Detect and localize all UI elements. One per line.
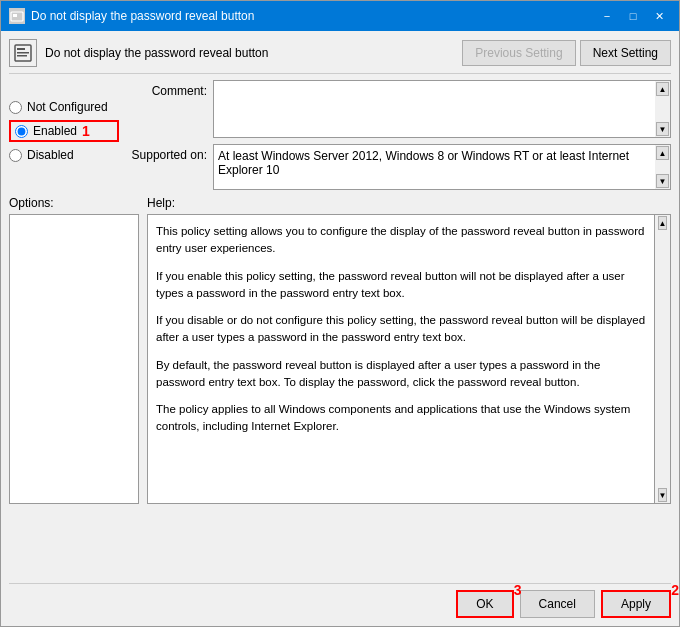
comment-label: Comment: xyxy=(127,80,207,98)
help-p5: The policy applies to all Windows compon… xyxy=(156,401,646,436)
comment-textarea[interactable] xyxy=(213,80,655,138)
title-bar: Do not display the password reveal butto… xyxy=(1,1,679,31)
nav-buttons: Previous Setting Next Setting xyxy=(462,40,671,66)
help-header: Help: xyxy=(147,196,671,210)
supported-scroll-up[interactable]: ▲ xyxy=(656,146,669,160)
footer: OK 3 Cancel Apply 2 xyxy=(9,583,671,618)
svg-rect-4 xyxy=(17,52,29,54)
content-area: Do not display the password reveal butto… xyxy=(1,31,679,626)
supported-scroll-down[interactable]: ▼ xyxy=(656,174,669,188)
help-box-wrapper: This policy setting allows you to config… xyxy=(147,214,671,577)
header-row: Do not display the password reveal butto… xyxy=(9,39,671,74)
help-scrollbar: ▲ ▼ xyxy=(655,214,671,504)
ok-badge: 3 xyxy=(514,582,522,598)
help-p3: If you disable or do not configure this … xyxy=(156,312,646,347)
enabled-label: Enabled xyxy=(33,124,77,138)
comment-scroll-down[interactable]: ▼ xyxy=(656,122,669,136)
not-configured-radio[interactable] xyxy=(9,101,22,114)
options-help-section: Options: Help: This policy setting allow… xyxy=(9,196,671,577)
cancel-label: Cancel xyxy=(539,597,576,611)
help-p2: If you enable this policy setting, the p… xyxy=(156,268,646,303)
enabled-radio[interactable] xyxy=(15,125,28,138)
help-panel: Help: This policy setting allows you to … xyxy=(147,196,671,577)
help-box: This policy setting allows you to config… xyxy=(147,214,655,504)
enabled-option[interactable]: Enabled 1 xyxy=(9,120,119,142)
apply-button[interactable]: Apply 2 xyxy=(601,590,671,618)
maximize-button[interactable]: □ xyxy=(621,6,645,26)
options-panel: Options: xyxy=(9,196,139,577)
help-scroll-down[interactable]: ▼ xyxy=(658,488,668,502)
minimize-button[interactable]: − xyxy=(595,6,619,26)
radio-group: Not Configured Enabled 1 Disabled xyxy=(9,80,119,190)
not-configured-option[interactable]: Not Configured xyxy=(9,100,119,114)
ok-label: OK xyxy=(476,597,493,611)
options-header: Options: xyxy=(9,196,139,210)
disabled-radio[interactable] xyxy=(9,149,22,162)
options-box xyxy=(9,214,139,504)
cancel-button[interactable]: Cancel xyxy=(520,590,595,618)
main-content: Not Configured Enabled 1 Disabled xyxy=(9,80,671,577)
comment-field-wrapper: ▲ ▼ xyxy=(213,80,671,138)
next-setting-button[interactable]: Next Setting xyxy=(580,40,671,66)
svg-rect-1 xyxy=(13,14,17,17)
top-section: Not Configured Enabled 1 Disabled xyxy=(9,80,671,190)
disabled-option[interactable]: Disabled xyxy=(9,148,119,162)
title-bar-text: Do not display the password reveal butto… xyxy=(31,9,595,23)
comment-scroll-up[interactable]: ▲ xyxy=(656,82,669,96)
header-title: Do not display the password reveal butto… xyxy=(45,46,454,60)
svg-rect-5 xyxy=(17,55,27,57)
previous-setting-button[interactable]: Previous Setting xyxy=(462,40,575,66)
disabled-label: Disabled xyxy=(27,148,74,162)
main-window: Do not display the password reveal butto… xyxy=(0,0,680,627)
ok-button[interactable]: OK 3 xyxy=(456,590,513,618)
supported-label: Supported on: xyxy=(127,144,207,162)
supported-row: Supported on: At least Windows Server 20… xyxy=(127,144,671,190)
right-section: Comment: ▲ ▼ Supported on: xyxy=(127,80,671,190)
close-button[interactable]: ✕ xyxy=(647,6,671,26)
apply-badge: 2 xyxy=(671,582,679,598)
supported-text: At least Windows Server 2012, Windows 8 … xyxy=(213,144,655,190)
help-p4: By default, the password reveal button i… xyxy=(156,357,646,392)
title-bar-controls: − □ ✕ xyxy=(595,6,671,26)
enabled-badge: 1 xyxy=(82,123,90,139)
help-scroll-up[interactable]: ▲ xyxy=(658,216,668,230)
apply-label: Apply xyxy=(621,597,651,611)
comment-row: Comment: ▲ ▼ xyxy=(127,80,671,138)
supported-scrollbar: ▲ ▼ xyxy=(655,144,671,190)
window-icon xyxy=(9,8,25,24)
comment-scrollbar: ▲ ▼ xyxy=(655,80,671,138)
supported-field-wrapper: At least Windows Server 2012, Windows 8 … xyxy=(213,144,671,190)
svg-rect-3 xyxy=(17,48,25,50)
not-configured-label: Not Configured xyxy=(27,100,108,114)
policy-icon xyxy=(9,39,37,67)
help-p1: This policy setting allows you to config… xyxy=(156,223,646,258)
